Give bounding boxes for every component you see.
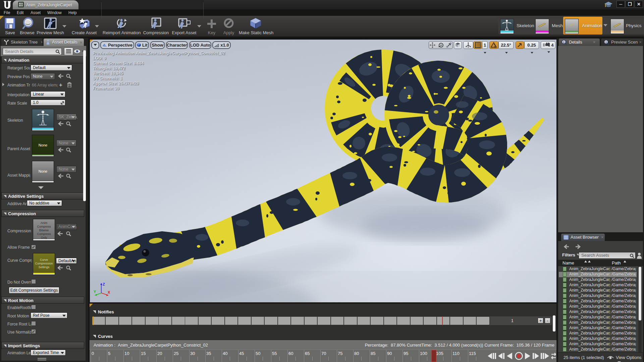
svg-text:i: i [606,40,607,44]
svg-text:X: X [108,290,110,294]
svg-text:Z: Z [103,282,105,286]
svg-text:i: i [564,40,565,44]
svg-text:Y: Y [94,290,96,294]
